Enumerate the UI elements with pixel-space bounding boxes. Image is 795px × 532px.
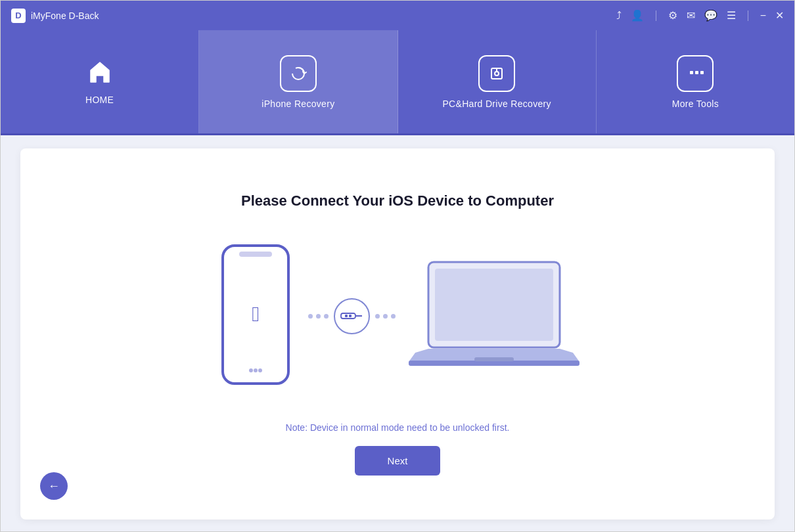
share-icon[interactable]: ⤴	[616, 10, 622, 22]
separator	[656, 11, 656, 21]
main-content: Please Connect Your iOS Device to Comput…	[20, 148, 775, 520]
svg-point-10	[254, 368, 258, 372]
connector-area	[308, 298, 396, 334]
nav-more-tools-label: More Tools	[672, 99, 719, 109]
menu-icon[interactable]: ☰	[727, 9, 736, 22]
minimize-button[interactable]: −	[760, 10, 766, 22]
right-dots	[375, 314, 396, 319]
connect-title: Please Connect Your iOS Device to Comput…	[241, 192, 554, 210]
chat-icon[interactable]: 💬	[704, 9, 717, 22]
dot-1	[308, 314, 313, 319]
dot-5	[383, 314, 388, 319]
settings-icon[interactable]: ⚙	[668, 9, 677, 22]
title-bar-left: D iMyFone D-Back	[11, 9, 99, 23]
pc-hard-drive-icon	[478, 55, 515, 92]
title-bar: D iMyFone D-Back ⤴ 👤 ⚙ ✉ 💬 ☰ − ✕	[1, 1, 794, 30]
nav-home[interactable]: HOME	[1, 30, 199, 133]
illustration: 	[216, 242, 579, 389]
app-name: iMyFone D-Back	[31, 11, 99, 21]
nav-pc-hard-drive[interactable]: PC&Hard Drive Recovery	[398, 30, 597, 133]
svg-point-0	[292, 68, 304, 79]
user-icon[interactable]: 👤	[631, 9, 644, 22]
app-logo: D	[11, 9, 26, 23]
svg-rect-4	[695, 71, 698, 74]
svg-rect-18	[409, 361, 579, 366]
svg-rect-7	[239, 252, 272, 257]
svg-rect-5	[700, 71, 704, 74]
title-bar-right: ⤴ 👤 ⚙ ✉ 💬 ☰ − ✕	[616, 9, 784, 22]
svg-rect-12	[341, 313, 355, 319]
svg-rect-14	[349, 315, 352, 317]
svg-rect-19	[474, 357, 514, 361]
svg-point-9	[249, 368, 253, 372]
svg-rect-3	[690, 71, 693, 74]
iphone-recovery-icon	[280, 55, 317, 92]
mail-icon[interactable]: ✉	[687, 9, 695, 22]
left-dots	[308, 314, 329, 319]
svg-rect-17	[435, 269, 553, 341]
nav-iphone-recovery[interactable]: iPhone Recovery	[199, 30, 398, 133]
nav-bar: HOME iPhone Recovery PC&Hard Drive R	[1, 30, 794, 135]
nav-home-label: HOME	[85, 95, 114, 105]
cable-plug	[334, 298, 370, 334]
back-button[interactable]: ←	[40, 472, 68, 500]
dot-4	[375, 314, 380, 319]
dot-2	[316, 314, 321, 319]
nav-iphone-recovery-label: iPhone Recovery	[261, 99, 334, 109]
home-icon	[87, 58, 113, 88]
nav-more-tools[interactable]: More Tools	[597, 30, 794, 133]
dot-3	[324, 314, 329, 319]
phone-illustration: 	[216, 242, 295, 389]
svg-point-11	[258, 368, 262, 372]
separator2	[748, 11, 748, 21]
app-frame: D iMyFone D-Back ⤴ 👤 ⚙ ✉ 💬 ☰ − ✕ HOME	[0, 0, 795, 532]
dot-6	[391, 314, 396, 319]
nav-pc-hard-drive-label: PC&Hard Drive Recovery	[442, 99, 551, 109]
note-text: Note: Device in normal mode need to be u…	[286, 422, 510, 433]
close-button[interactable]: ✕	[775, 9, 784, 22]
laptop-illustration	[409, 255, 579, 376]
svg-text:: 	[252, 302, 260, 326]
svg-rect-13	[345, 315, 348, 317]
next-button[interactable]: Next	[355, 446, 441, 476]
more-tools-icon	[677, 55, 714, 92]
